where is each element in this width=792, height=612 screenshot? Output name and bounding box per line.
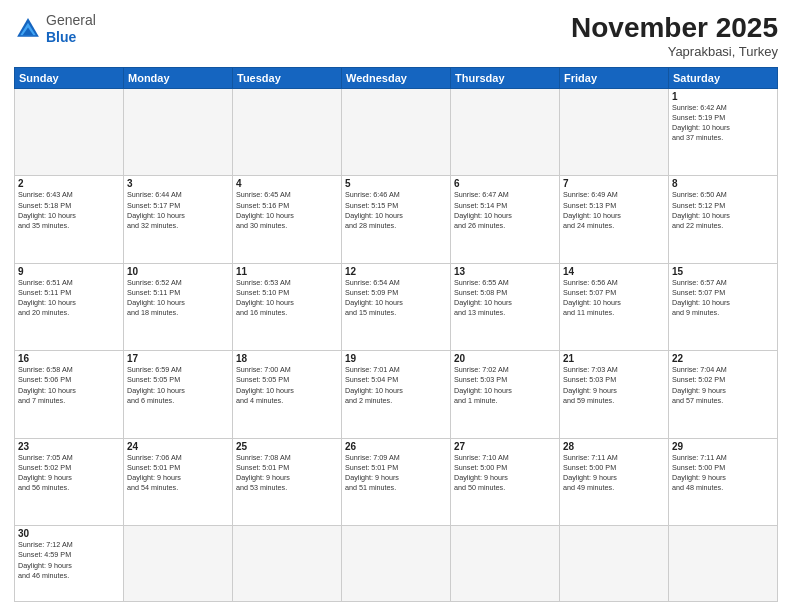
col-monday: Monday xyxy=(124,68,233,89)
day-19: 19 Sunrise: 7:01 AMSunset: 5:04 PMDaylig… xyxy=(342,351,451,438)
logo-blue: Blue xyxy=(46,29,76,45)
empty-cell xyxy=(451,526,560,602)
calendar: Sunday Monday Tuesday Wednesday Thursday… xyxy=(14,67,778,602)
empty-cell xyxy=(124,89,233,176)
empty-cell xyxy=(342,526,451,602)
empty-cell xyxy=(342,89,451,176)
day-3: 3 Sunrise: 6:44 AMSunset: 5:17 PMDayligh… xyxy=(124,176,233,263)
day-10: 10 Sunrise: 6:52 AMSunset: 5:11 PMDaylig… xyxy=(124,263,233,350)
empty-cell xyxy=(233,526,342,602)
page: General Blue November 2025 Yaprakbasi, T… xyxy=(0,0,792,612)
day-4: 4 Sunrise: 6:45 AMSunset: 5:16 PMDayligh… xyxy=(233,176,342,263)
day-25: 25 Sunrise: 7:08 AMSunset: 5:01 PMDaylig… xyxy=(233,438,342,525)
day-27: 27 Sunrise: 7:10 AMSunset: 5:00 PMDaylig… xyxy=(451,438,560,525)
title-block: November 2025 Yaprakbasi, Turkey xyxy=(571,12,778,59)
logo-general: General xyxy=(46,12,96,28)
empty-cell xyxy=(233,89,342,176)
empty-cell xyxy=(560,89,669,176)
logo-text: General Blue xyxy=(46,12,96,46)
day-15: 15 Sunrise: 6:57 AMSunset: 5:07 PMDaylig… xyxy=(669,263,778,350)
day-23: 23 Sunrise: 7:05 AMSunset: 5:02 PMDaylig… xyxy=(15,438,124,525)
empty-cell xyxy=(451,89,560,176)
month-title: November 2025 xyxy=(571,12,778,44)
col-saturday: Saturday xyxy=(669,68,778,89)
week-row-2: 2 Sunrise: 6:43 AMSunset: 5:18 PMDayligh… xyxy=(15,176,778,263)
week-row-6: 30 Sunrise: 7:12 AMSunset: 4:59 PMDaylig… xyxy=(15,526,778,602)
empty-cell xyxy=(669,526,778,602)
logo-icon xyxy=(14,15,42,43)
empty-cell xyxy=(124,526,233,602)
col-sunday: Sunday xyxy=(15,68,124,89)
day-6: 6 Sunrise: 6:47 AMSunset: 5:14 PMDayligh… xyxy=(451,176,560,263)
day-14: 14 Sunrise: 6:56 AMSunset: 5:07 PMDaylig… xyxy=(560,263,669,350)
col-thursday: Thursday xyxy=(451,68,560,89)
day-16: 16 Sunrise: 6:58 AMSunset: 5:06 PMDaylig… xyxy=(15,351,124,438)
day-18: 18 Sunrise: 7:00 AMSunset: 5:05 PMDaylig… xyxy=(233,351,342,438)
day-1: 1 Sunrise: 6:42 AMSunset: 5:19 PMDayligh… xyxy=(669,89,778,176)
week-row-4: 16 Sunrise: 6:58 AMSunset: 5:06 PMDaylig… xyxy=(15,351,778,438)
day-26: 26 Sunrise: 7:09 AMSunset: 5:01 PMDaylig… xyxy=(342,438,451,525)
day-12: 12 Sunrise: 6:54 AMSunset: 5:09 PMDaylig… xyxy=(342,263,451,350)
day-8: 8 Sunrise: 6:50 AMSunset: 5:12 PMDayligh… xyxy=(669,176,778,263)
day-20: 20 Sunrise: 7:02 AMSunset: 5:03 PMDaylig… xyxy=(451,351,560,438)
week-row-1: 1 Sunrise: 6:42 AMSunset: 5:19 PMDayligh… xyxy=(15,89,778,176)
empty-cell xyxy=(15,89,124,176)
col-wednesday: Wednesday xyxy=(342,68,451,89)
empty-cell xyxy=(560,526,669,602)
day-2: 2 Sunrise: 6:43 AMSunset: 5:18 PMDayligh… xyxy=(15,176,124,263)
day-7: 7 Sunrise: 6:49 AMSunset: 5:13 PMDayligh… xyxy=(560,176,669,263)
day-22: 22 Sunrise: 7:04 AMSunset: 5:02 PMDaylig… xyxy=(669,351,778,438)
header: General Blue November 2025 Yaprakbasi, T… xyxy=(14,12,778,59)
day-29: 29 Sunrise: 7:11 AMSunset: 5:00 PMDaylig… xyxy=(669,438,778,525)
col-tuesday: Tuesday xyxy=(233,68,342,89)
weekday-header-row: Sunday Monday Tuesday Wednesday Thursday… xyxy=(15,68,778,89)
day-5: 5 Sunrise: 6:46 AMSunset: 5:15 PMDayligh… xyxy=(342,176,451,263)
day-28: 28 Sunrise: 7:11 AMSunset: 5:00 PMDaylig… xyxy=(560,438,669,525)
day-11: 11 Sunrise: 6:53 AMSunset: 5:10 PMDaylig… xyxy=(233,263,342,350)
day-21: 21 Sunrise: 7:03 AMSunset: 5:03 PMDaylig… xyxy=(560,351,669,438)
day-24: 24 Sunrise: 7:06 AMSunset: 5:01 PMDaylig… xyxy=(124,438,233,525)
day-17: 17 Sunrise: 6:59 AMSunset: 5:05 PMDaylig… xyxy=(124,351,233,438)
logo: General Blue xyxy=(14,12,96,46)
week-row-5: 23 Sunrise: 7:05 AMSunset: 5:02 PMDaylig… xyxy=(15,438,778,525)
week-row-3: 9 Sunrise: 6:51 AMSunset: 5:11 PMDayligh… xyxy=(15,263,778,350)
day-30: 30 Sunrise: 7:12 AMSunset: 4:59 PMDaylig… xyxy=(15,526,124,602)
day-9: 9 Sunrise: 6:51 AMSunset: 5:11 PMDayligh… xyxy=(15,263,124,350)
col-friday: Friday xyxy=(560,68,669,89)
location: Yaprakbasi, Turkey xyxy=(571,44,778,59)
day-13: 13 Sunrise: 6:55 AMSunset: 5:08 PMDaylig… xyxy=(451,263,560,350)
